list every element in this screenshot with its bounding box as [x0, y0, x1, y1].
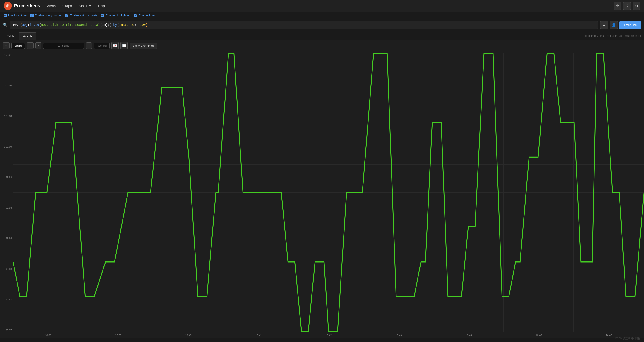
local-time-option[interactable]: Use local time [4, 14, 27, 17]
y-label-5: 99.98 [1, 206, 12, 209]
range-minus-button[interactable]: − [3, 42, 10, 49]
local-time-checkbox[interactable] [4, 14, 7, 17]
nav-help[interactable]: Help [96, 3, 106, 9]
tab-meta: Load time: 22ms Resolution: 2s Result se… [584, 34, 641, 38]
autocomplete-label: Enable autocomplete [70, 14, 97, 17]
chart-plot [13, 53, 644, 331]
highlighting-option[interactable]: Enable highlighting [101, 14, 130, 17]
range-plus-button[interactable]: + [27, 42, 34, 49]
y-label-1: 100.00 [1, 84, 12, 87]
dark-mode-icon[interactable]: ☽ [623, 2, 631, 10]
nav-links: Alerts Graph Status ▾ Help [46, 3, 614, 9]
stacked-chart-icon[interactable]: 📊 [120, 42, 128, 49]
x-label-6: 10:44 [466, 334, 472, 336]
metric-explorer-icon[interactable]: 👤 [610, 21, 618, 29]
y-axis: 100.01 100.00 100.00 100.00 99.99 99.98 … [0, 51, 13, 331]
autocomplete-option[interactable]: Enable autocomplete [65, 14, 97, 17]
time-prev-button[interactable]: ‹ [35, 42, 42, 49]
x-label-3: 10:41 [256, 334, 262, 336]
resolution-input[interactable] [94, 43, 110, 49]
graph-controls: − + ‹ › 📈 📊 Show Exemplars [0, 40, 644, 51]
logo-icon [5, 4, 10, 9]
y-label-6: 99.98 [1, 237, 12, 240]
query-input[interactable]: 100-(avg(irate(node_disk_io_time_seconds… [10, 21, 598, 29]
x-axis: 10:38 10:39 10:40 10:41 10:42 10:43 10:4… [13, 332, 644, 338]
y-label-2: 100.00 [1, 115, 12, 117]
search-actions: ≡ 👤 Execute [600, 21, 641, 29]
x-label-7: 10:45 [536, 334, 542, 336]
y-label-3: 100.00 [1, 145, 12, 148]
watermark: CSDN @互联网小阿祥 [615, 337, 640, 338]
chart-container: 100.01 100.00 100.00 100.00 99.99 99.98 … [0, 51, 644, 338]
y-label-7: 99.98 [1, 268, 12, 270]
autocomplete-checkbox[interactable] [65, 14, 68, 17]
options-toolbar: Use local time Enable query history Enab… [0, 12, 644, 19]
x-label-8: 10:46 [606, 334, 612, 336]
query-history-option[interactable]: Enable query history [30, 14, 62, 17]
y-label-0: 100.01 [1, 54, 12, 56]
line-chart-icon[interactable]: 📈 [112, 42, 119, 49]
tabs-bar: Table Graph Load time: 22ms Resolution: … [0, 31, 644, 40]
linter-option[interactable]: Enable linter [134, 14, 155, 17]
x-label-1: 10:39 [115, 334, 122, 336]
x-label-0: 10:38 [45, 334, 52, 336]
query-history-checkbox[interactable] [30, 14, 34, 17]
query-history-label: Enable query history [35, 14, 62, 17]
nav-status[interactable]: Status ▾ [78, 3, 92, 9]
range-input[interactable] [11, 43, 25, 49]
search-icon: 🔍 [3, 23, 8, 28]
y-label-8: 99.97 [1, 298, 12, 301]
chart-svg [13, 53, 644, 331]
format-icon[interactable]: ≡ [600, 21, 608, 29]
search-bar: 🔍 100-(avg(irate(node_disk_io_time_secon… [0, 19, 644, 31]
prometheus-logo [4, 2, 12, 10]
x-label-2: 10:40 [185, 334, 192, 336]
chart-line [13, 53, 644, 331]
navbar: Prometheus Alerts Graph Status ▾ Help ⚙ … [0, 0, 644, 12]
navbar-icons: ⚙ ☽ ◑ [614, 2, 640, 10]
local-time-label: Use local time [8, 14, 27, 17]
highlighting-checkbox[interactable] [101, 14, 104, 17]
highlighting-label: Enable highlighting [106, 14, 130, 17]
tab-graph[interactable]: Graph [19, 33, 36, 40]
x-label-5: 10:43 [396, 334, 402, 336]
time-next-button[interactable]: › [86, 42, 92, 49]
app-title: Prometheus [14, 3, 40, 9]
nav-graph[interactable]: Graph [61, 3, 73, 9]
nav-alerts[interactable]: Alerts [46, 3, 57, 9]
tab-table[interactable]: Table [3, 33, 19, 40]
settings-icon[interactable]: ⚙ [614, 2, 621, 10]
execute-button[interactable]: Execute [619, 21, 641, 29]
linter-label: Enable linter [138, 14, 155, 17]
contrast-icon[interactable]: ◑ [633, 2, 640, 10]
x-label-4: 10:42 [326, 334, 332, 336]
show-exemplars-button[interactable]: Show Exemplars [130, 43, 158, 49]
end-time-input[interactable] [43, 43, 84, 49]
y-label-4: 99.99 [1, 176, 12, 179]
linter-checkbox[interactable] [134, 14, 137, 17]
y-label-9: 99.97 [1, 329, 12, 331]
